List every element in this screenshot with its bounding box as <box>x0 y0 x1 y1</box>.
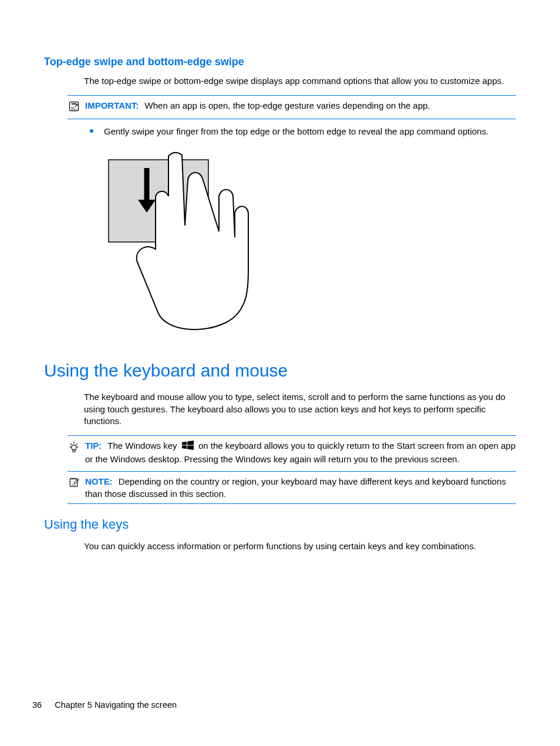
bullet-item: Gently swipe your finger from the top ed… <box>84 125 516 137</box>
svg-line-10 <box>70 443 72 445</box>
important-icon <box>68 100 80 115</box>
note-icon <box>68 476 80 491</box>
svg-marker-14 <box>182 445 187 449</box>
tip-icon <box>68 441 80 456</box>
note-callout: NOTE: Depending on the country or region… <box>68 471 516 504</box>
page-number: 36 <box>32 700 42 710</box>
heading-using-the-keys: Using the keys <box>44 517 516 532</box>
tip-label: TIP: <box>85 441 102 451</box>
intro-paragraph-3: You can quickly access information or pe… <box>84 540 516 552</box>
important-text: When an app is open, the top-edge gestur… <box>145 100 430 110</box>
note-label: NOTE: <box>85 476 113 486</box>
svg-line-11 <box>76 443 77 445</box>
svg-marker-13 <box>187 441 194 445</box>
windows-key-icon <box>182 441 194 453</box>
intro-paragraph-1: The top-edge swipe or bottom-edge swipe … <box>84 75 516 87</box>
svg-marker-15 <box>187 445 194 450</box>
tip-callout: TIP: The Windows key on the keyboard all… <box>68 435 516 471</box>
heading-top-edge-swipe: Top-edge swipe and bottom-edge swipe <box>44 56 516 68</box>
intro-paragraph-2: The keyboard and mouse allow you to type… <box>84 391 516 427</box>
important-callout: IMPORTANT: When an app is open, the top-… <box>68 95 516 119</box>
page-footer: 36 Chapter 5 Navigating the screen <box>32 700 177 710</box>
chapter-title: Chapter 5 Navigating the screen <box>55 700 177 710</box>
heading-using-keyboard-mouse: Using the keyboard and mouse <box>44 361 516 381</box>
gesture-illustration <box>103 149 273 337</box>
svg-point-5 <box>72 445 76 450</box>
tip-text-a: The Windows key <box>107 441 177 451</box>
bullet-list-1: Gently swipe your finger from the top ed… <box>84 125 516 137</box>
note-text: Depending on the country or region, your… <box>85 476 506 499</box>
svg-marker-12 <box>182 441 187 445</box>
bullet-dot-icon <box>90 129 93 133</box>
bullet-text: Gently swipe your finger from the top ed… <box>104 125 488 137</box>
svg-rect-1 <box>72 103 76 105</box>
important-label: IMPORTANT: <box>85 100 139 110</box>
